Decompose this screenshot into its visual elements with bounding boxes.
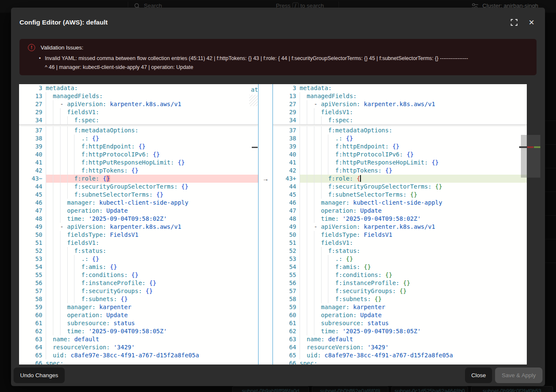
line-number: 57 xyxy=(19,287,46,295)
code-line-45[interactable]: 45 f:subnetSelectorTerms: {} xyxy=(19,191,258,199)
line-number: 41 xyxy=(273,159,300,167)
code-line-49[interactable]: 49 - apiVersion: karpenter.k8s.aws/v1 xyxy=(273,223,527,231)
line-number: 61 xyxy=(273,319,300,327)
code-line-66[interactable]: 66spec: xyxy=(19,359,258,365)
save-apply-button[interactable]: Save & Apply xyxy=(495,367,542,383)
code-line-41[interactable]: 41 f:httpPutResponseHopLimit: {} xyxy=(19,159,258,167)
code-line-49[interactable]: 49 - apiVersion: karpenter.k8s.aws/v1 xyxy=(19,223,258,231)
code-line-63[interactable]: 63 name: default xyxy=(273,335,527,343)
code-line-61[interactable]: 61 subresource: status xyxy=(273,319,527,327)
line-number: 65 xyxy=(19,351,46,359)
diff-pane-modified[interactable]: 37 f:metadataOptions:38 .: {}39 f:httpEn… xyxy=(273,84,527,365)
code-line-50[interactable]: 50 fieldsType: FieldsV1 xyxy=(19,231,258,239)
line-number: 56 xyxy=(273,279,300,287)
line-number: 40 xyxy=(273,151,300,159)
close-icon[interactable]: ✕ xyxy=(528,19,535,27)
code-line-42[interactable]: 42 f:httpTokens: {} xyxy=(273,167,527,175)
code-line-63[interactable]: 63 name: default xyxy=(19,335,258,343)
code-line-58[interactable]: 58 f:subnets: {} xyxy=(19,295,258,303)
code-line-44[interactable]: 44 f:securityGroupSelectorTerms: {} xyxy=(273,183,527,191)
line-number: 66 xyxy=(19,359,46,365)
code-line-64[interactable]: 64 resourceVersion: '3429' xyxy=(19,343,258,351)
code-line-40[interactable]: 40 f:httpProtocolIPv6: {} xyxy=(273,151,527,159)
code-line-46[interactable]: 46 manager: kubectl-client-side-apply xyxy=(19,199,258,207)
code-line-56[interactable]: 56 f:instanceProfile: {} xyxy=(19,279,258,287)
line-number: 52 xyxy=(19,247,46,255)
code-line-61[interactable]: 61 subresource: status xyxy=(19,319,258,327)
code-line-57[interactable]: 57 f:securityGroups: {} xyxy=(273,287,527,295)
code-line-38[interactable]: 38 .: {} xyxy=(19,134,258,143)
code-line-46[interactable]: 46 manager: kubectl-client-side-apply xyxy=(273,199,527,207)
code-line-64[interactable]: 64 resourceVersion: '3429' xyxy=(273,343,527,351)
line-number: 54 xyxy=(273,263,300,271)
code-line-62[interactable]: 62 time: '2025-09-04T09:58:05Z' xyxy=(273,327,527,335)
overview-marker-added xyxy=(534,146,540,148)
code-line-51[interactable]: 51 fieldsV1: xyxy=(273,239,527,247)
code-line-27[interactable]: 27 - apiVersion: karpenter.k8s.aws/v1 xyxy=(19,100,258,108)
diff-pane-original[interactable]: 37 f:metadataOptions:38 .: {}39 f:httpEn… xyxy=(19,84,258,365)
code-line-13[interactable]: 13 managedFields: xyxy=(19,92,258,100)
revert-change-arrow-icon[interactable]: → xyxy=(259,175,272,183)
code-line-47[interactable]: 47 operation: Update xyxy=(273,207,527,215)
code-line-53[interactable]: 53 .: {} xyxy=(19,255,258,263)
code-line-27[interactable]: 27 - apiVersion: karpenter.k8s.aws/v1 xyxy=(273,100,527,108)
fullscreen-icon[interactable] xyxy=(511,19,518,27)
code-line-45[interactable]: 45 f:subnetSelectorTerms: {} xyxy=(273,191,527,199)
undo-changes-button[interactable]: Undo Changes xyxy=(14,367,65,383)
code-line-66[interactable]: 66spec: xyxy=(273,359,527,365)
code-line-3[interactable]: 3metadata: xyxy=(273,84,527,92)
code-line-55[interactable]: 55 f:conditions: {} xyxy=(273,271,527,279)
overview-marker-left xyxy=(252,147,258,148)
code-line-29[interactable]: 29 fieldsV1: xyxy=(273,108,527,116)
diff-sash[interactable]: → xyxy=(258,84,273,365)
code-line-39[interactable]: 39 f:httpEndpoint: {} xyxy=(19,143,258,151)
code-line-39[interactable]: 39 f:httpEndpoint: {} xyxy=(273,143,527,151)
line-number: 61 xyxy=(19,319,46,327)
code-line-37[interactable]: 37 f:metadataOptions: xyxy=(19,126,258,134)
code-line-34[interactable]: 34 f:spec: xyxy=(19,116,258,124)
code-line-52[interactable]: 52 f:status: xyxy=(273,247,527,255)
code-line-62[interactable]: 62 time: '2025-09-04T09:58:05Z' xyxy=(19,327,258,335)
line-number: 13 xyxy=(19,92,46,100)
line-number: 34 xyxy=(19,116,46,124)
code-line-53[interactable]: 53 .: {} xyxy=(273,255,527,263)
code-line-60[interactable]: 60 operation: Update xyxy=(19,311,258,319)
scrollbar-slider[interactable] xyxy=(521,135,527,178)
code-line-58[interactable]: 58 f:subnets: {} xyxy=(273,295,527,303)
code-line-44[interactable]: 44 f:securityGroupSelectorTerms: {} xyxy=(19,183,258,191)
code-line-54[interactable]: 54 f:amis: {} xyxy=(19,263,258,271)
code-line-34[interactable]: 34 f:spec: xyxy=(273,116,527,124)
code-line-43[interactable]: 43− f:role: {} xyxy=(19,175,258,183)
code-line-50[interactable]: 50 fieldsType: FieldsV1 xyxy=(273,231,527,239)
line-number: 62 xyxy=(273,327,300,335)
code-line-3[interactable]: 3metadata: xyxy=(19,84,258,92)
code-line-60[interactable]: 60 operation: Update xyxy=(273,311,527,319)
code-line-47[interactable]: 47 operation: Update xyxy=(19,207,258,215)
close-button[interactable]: Close xyxy=(465,367,492,383)
code-line-40[interactable]: 40 f:httpProtocolIPv6: {} xyxy=(19,151,258,159)
code-line-55[interactable]: 55 f:conditions: {} xyxy=(19,271,258,279)
code-line-29[interactable]: 29 fieldsV1: xyxy=(19,108,258,116)
code-line-57[interactable]: 57 f:securityGroups: {} xyxy=(19,287,258,295)
code-line-65[interactable]: 65 uid: c8afe97e-38cc-4f91-a767-d15f2a8f… xyxy=(273,351,527,359)
code-line-54[interactable]: 54 f:amis: {} xyxy=(273,263,527,271)
code-line-59[interactable]: 59 manager: karpenter xyxy=(19,303,258,311)
code-line-48[interactable]: 48 time: '2025-09-04T09:58:02Z' xyxy=(19,215,258,223)
code-line-37[interactable]: 37 f:metadataOptions: xyxy=(273,126,527,134)
code-line-52[interactable]: 52 f:status: xyxy=(19,247,258,255)
code-line-41[interactable]: 41 f:httpPutResponseHopLimit: {} xyxy=(273,159,527,167)
bullet: • xyxy=(39,54,41,63)
code-line-38[interactable]: 38 .: {} xyxy=(273,134,527,143)
code-line-56[interactable]: 56 f:instanceProfile: {} xyxy=(273,279,527,287)
validation-message-line1: Invalid YAML: missed comma between flow … xyxy=(45,54,527,63)
overview-marker-removed xyxy=(527,146,534,148)
line-number: 54 xyxy=(19,263,46,271)
line-number: 46 xyxy=(19,199,46,207)
code-line-42[interactable]: 42 f:httpTokens: {} xyxy=(19,167,258,175)
code-line-51[interactable]: 51 fieldsV1: xyxy=(19,239,258,247)
code-line-59[interactable]: 59 manager: karpenter xyxy=(273,303,527,311)
code-line-65[interactable]: 65 uid: c8afe97e-38cc-4f91-a767-d15f2a8f… xyxy=(19,351,258,359)
code-line-13[interactable]: 13 managedFields: xyxy=(273,92,527,100)
code-line-43[interactable]: 43+ f:role: { xyxy=(273,175,527,183)
code-line-48[interactable]: 48 time: '2025-09-04T09:58:02Z' xyxy=(273,215,527,223)
